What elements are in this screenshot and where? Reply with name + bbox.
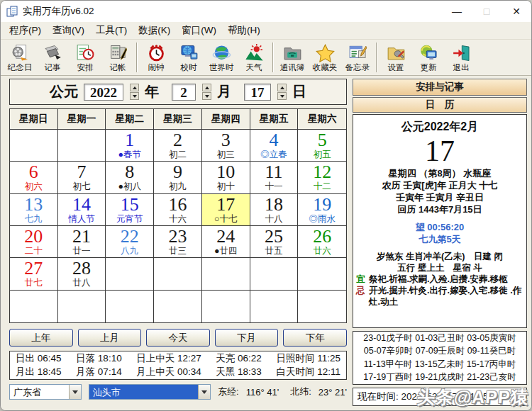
calendar-cell-8[interactable]: 8●初八 bbox=[106, 162, 154, 193]
toolbar-button-alarm-clock[interactable]: 闹钟 bbox=[140, 40, 172, 74]
calendar-cell-12[interactable]: 12十二 bbox=[298, 162, 346, 193]
calendar-cell-15[interactable]: 15元宵节 bbox=[106, 194, 154, 225]
day-number: 22 bbox=[106, 227, 153, 246]
calendar-cell-13[interactable]: 13七九 bbox=[10, 194, 58, 225]
calendar-cell-10[interactable]: 10初十 bbox=[202, 162, 250, 193]
auspicious-label: 宜 bbox=[356, 274, 369, 285]
calendar-cell-empty bbox=[250, 258, 299, 289]
maximize-button[interactable]: □ bbox=[472, 1, 501, 22]
lunar-label: ●廿四 bbox=[202, 246, 250, 256]
update-icon bbox=[419, 44, 438, 63]
toolbar-button-time-sync[interactable]: 校时 bbox=[172, 40, 205, 74]
toolbar-button-notes[interactable]: 记事 bbox=[36, 40, 69, 74]
detail-ganzhi-line: 壬寅年 壬寅月 辛丑日 bbox=[353, 191, 526, 203]
toolbar-button-accounting[interactable]: 记帐 bbox=[101, 40, 134, 74]
nav-button-5[interactable]: 下年 bbox=[283, 329, 347, 347]
nav-button-4[interactable]: 下月 bbox=[215, 329, 279, 347]
calendar-cell-26[interactable]: 26廿六 bbox=[298, 226, 346, 257]
side-panel-header[interactable]: 安排与记事 bbox=[353, 79, 527, 96]
calendar-cell-9[interactable]: 9初九 bbox=[154, 162, 202, 193]
calendar-cell-22[interactable]: 22八九 bbox=[106, 226, 154, 257]
close-button[interactable]: ✕ bbox=[501, 1, 531, 22]
lunar-label: 廿一 bbox=[58, 246, 106, 256]
tab-calendar[interactable]: 日 历 bbox=[353, 97, 527, 113]
calendar-cell-20[interactable]: 20二十 bbox=[10, 226, 58, 257]
detail-nine-line: 七九第5天 bbox=[353, 233, 526, 245]
calendar-row: 1●春节2初二3初三4◎立春5初五 bbox=[10, 130, 346, 162]
city-select[interactable]: 汕头市 bbox=[89, 384, 211, 400]
calendar-cell-18[interactable]: 18十八 bbox=[250, 194, 299, 225]
menu-item-6[interactable]: 帮助(H) bbox=[222, 23, 266, 38]
calendar-cell-empty bbox=[10, 130, 58, 161]
menu-item-4[interactable]: 数据(K) bbox=[133, 23, 176, 38]
toolbar-button-schedule[interactable]: 安排 bbox=[69, 40, 101, 74]
chevron-down-icon[interactable] bbox=[69, 385, 81, 399]
alarm-clock-icon bbox=[146, 44, 166, 63]
toolbar-button-anniversary[interactable]: 纪念日 bbox=[4, 40, 36, 74]
toolbar-button-favorites-star[interactable]: 收藏夹 bbox=[309, 40, 341, 74]
day-stepper[interactable] bbox=[277, 84, 287, 100]
weekday-header: 星期日星期一星期二星期三星期四星期五星期六 bbox=[10, 109, 346, 130]
lunar-label: 十二 bbox=[298, 181, 346, 191]
location-row: 广东省 汕头市 东经: 116° 41' 北纬: 23° 21' bbox=[9, 383, 347, 400]
lunar-label: 廿三 bbox=[154, 246, 201, 256]
nav-button-2[interactable]: 上月 bbox=[78, 329, 142, 347]
toolbar-button-contacts[interactable]: 通讯簿 bbox=[276, 40, 309, 74]
toolbar-button-update[interactable]: 更新 bbox=[412, 40, 445, 74]
calendar-cell-7[interactable]: 7初七 bbox=[58, 162, 106, 193]
day-number: 1 bbox=[106, 130, 153, 150]
province-select[interactable]: 广东省 bbox=[9, 384, 82, 400]
toolbar: 纪念日记事安排记帐闹钟校时世界时天气通讯簿收藏夹备忘录设置更新退出 bbox=[1, 40, 531, 76]
calendar-cell-3[interactable]: 3初三 bbox=[202, 130, 250, 161]
calendar-cell-14[interactable]: 14情人节 bbox=[58, 194, 106, 225]
schedule-icon bbox=[75, 44, 95, 63]
month-unit-label: 月 bbox=[217, 82, 231, 101]
day-input[interactable]: 17 bbox=[244, 84, 271, 101]
toolbar-button-label: 记事 bbox=[45, 63, 61, 72]
calendar-cell-21[interactable]: 21廿一 bbox=[58, 226, 106, 257]
day-number: 12 bbox=[298, 162, 346, 181]
lunar-label: 初六 bbox=[10, 181, 57, 191]
calendar-cell-empty bbox=[10, 291, 58, 322]
toolbar-button-world-time[interactable]: 世界时 bbox=[205, 40, 238, 74]
lunar-label: 初三 bbox=[202, 150, 250, 159]
menu-item-3[interactable]: 工具(T) bbox=[90, 23, 133, 38]
toolbar-button-weather[interactable]: 天气 bbox=[238, 40, 270, 74]
menu-item-1[interactable]: 程序(P) bbox=[4, 23, 47, 38]
month-input[interactable]: 2 bbox=[172, 84, 196, 101]
minimize-button[interactable]: — bbox=[442, 1, 472, 22]
month-stepper[interactable] bbox=[202, 84, 211, 100]
menu-item-2[interactable]: 查询(V) bbox=[47, 23, 90, 38]
calendar-cell-6[interactable]: 6初六 bbox=[10, 162, 58, 193]
calendar-cell-2[interactable]: 2初二 bbox=[154, 130, 202, 161]
calendar-cell-23[interactable]: 23廿三 bbox=[154, 226, 202, 257]
calendar-cell-17[interactable]: 17○十七 bbox=[202, 194, 250, 225]
calendar-cell-25[interactable]: 25廿五 bbox=[250, 226, 299, 257]
calendar-cell-24[interactable]: 24●廿四 bbox=[202, 226, 250, 257]
toolbar-button-settings[interactable]: 设置 bbox=[379, 40, 412, 74]
day-number: 17 bbox=[202, 195, 250, 214]
calendar-cell-5[interactable]: 5初五 bbox=[298, 130, 346, 161]
calendar-cell-4[interactable]: 4◎立春 bbox=[250, 130, 299, 161]
lunar-label: 八九 bbox=[106, 246, 153, 256]
calendar-cell-28[interactable]: 28廿八 bbox=[58, 258, 106, 289]
year-input[interactable]: 2022 bbox=[84, 84, 123, 101]
toolbar-button-exit[interactable]: 退出 bbox=[445, 40, 477, 74]
chevron-down-icon[interactable] bbox=[198, 385, 210, 399]
calendar-cell-19[interactable]: 19◎雨水 bbox=[298, 194, 346, 225]
calendar-cell-11[interactable]: 11十一 bbox=[250, 162, 299, 193]
calendar-cell-27[interactable]: 27廿七 bbox=[10, 258, 58, 289]
weekday-label: 星期一 bbox=[58, 109, 106, 129]
calendar-cell-16[interactable]: 16十六 bbox=[154, 194, 202, 225]
calendar-row: 27廿七28廿八 bbox=[10, 258, 346, 290]
day-number: 18 bbox=[250, 195, 298, 214]
nav-button-1[interactable]: 上年 bbox=[9, 329, 73, 347]
menu-item-5[interactable]: 窗口(W) bbox=[176, 23, 222, 38]
sun-moon-pair: 白天时间 12:11 bbox=[276, 366, 340, 378]
lunar-label: 七九 bbox=[10, 214, 57, 224]
calendar-cell-1[interactable]: 1●春节 bbox=[106, 130, 154, 161]
year-stepper[interactable] bbox=[130, 84, 139, 100]
toolbar-button-memo[interactable]: 备忘录 bbox=[341, 40, 374, 74]
inauspicious-row: 忌 开光.掘井.针灸.出行.嫁娶.入宅.移徙 .作灶.动土 bbox=[353, 285, 526, 308]
nav-button-3[interactable]: 今天 bbox=[146, 329, 210, 347]
